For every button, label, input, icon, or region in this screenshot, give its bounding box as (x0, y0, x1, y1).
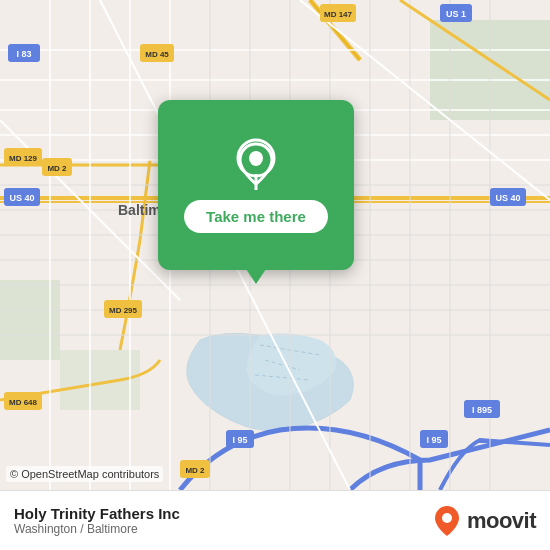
svg-text:MD 2: MD 2 (185, 466, 205, 475)
moovit-pin-icon (433, 504, 461, 538)
location-pin-icon (230, 138, 282, 190)
svg-text:I 895: I 895 (472, 405, 492, 415)
svg-text:I 95: I 95 (232, 435, 247, 445)
svg-point-72 (442, 513, 452, 523)
svg-text:MD 147: MD 147 (324, 10, 353, 19)
svg-text:MD 45: MD 45 (145, 50, 169, 59)
location-info: Holy Trinity Fathers Inc Washington / Ba… (14, 505, 180, 536)
svg-text:US 1: US 1 (446, 9, 466, 19)
svg-rect-5 (0, 280, 60, 360)
svg-rect-6 (60, 350, 140, 410)
svg-text:MD 648: MD 648 (9, 398, 38, 407)
take-me-there-button[interactable]: Take me there (184, 200, 328, 233)
copyright-symbol: © (10, 468, 18, 480)
svg-text:MD 295: MD 295 (109, 306, 138, 315)
osm-attribution: © OpenStreetMap contributors (6, 466, 163, 482)
moovit-logo: moovit (433, 504, 536, 538)
svg-point-71 (250, 154, 262, 166)
popup-card: Take me there (158, 100, 354, 270)
svg-text:US 40: US 40 (495, 193, 520, 203)
map-container: I 83 MD 147 MD 45 US 1 MD 129 MD 2 US 40… (0, 0, 550, 490)
bottom-bar: Holy Trinity Fathers Inc Washington / Ba… (0, 490, 550, 550)
moovit-brand-text: moovit (467, 508, 536, 534)
location-name: Holy Trinity Fathers Inc (14, 505, 180, 522)
svg-text:MD 129: MD 129 (9, 154, 38, 163)
svg-text:MD 2: MD 2 (47, 164, 67, 173)
svg-text:I 83: I 83 (16, 49, 31, 59)
svg-text:I 95: I 95 (426, 435, 441, 445)
svg-text:US 40: US 40 (9, 193, 34, 203)
osm-text: OpenStreetMap contributors (21, 468, 159, 480)
location-region: Washington / Baltimore (14, 522, 180, 536)
